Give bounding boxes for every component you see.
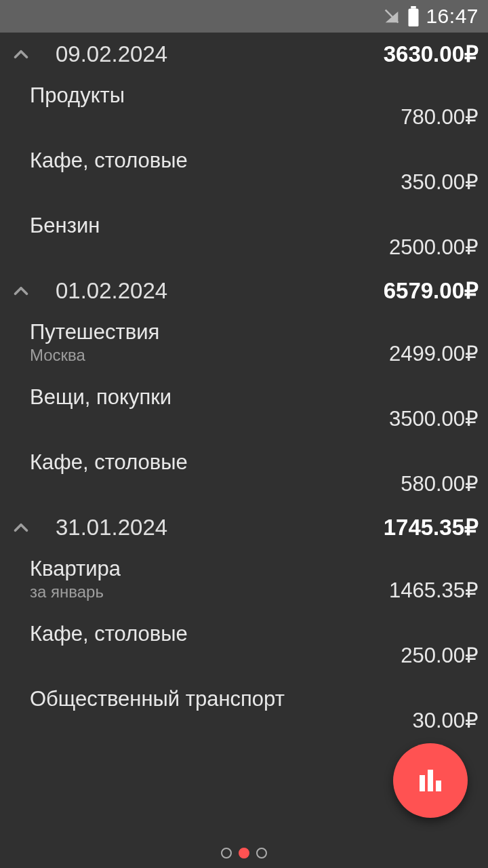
chevron-up-icon	[9, 279, 39, 302]
expense-amount: 2500.00₽	[389, 235, 479, 261]
svg-rect-2	[420, 775, 425, 791]
status-time: 16:47	[426, 5, 479, 28]
day-header[interactable]: 09.02.2024 3630.00₽	[0, 33, 488, 74]
expenses-list[interactable]: 09.02.2024 3630.00₽ Продукты 780.00₽ Каф…	[0, 33, 488, 743]
expense-amount: 2499.00₽	[389, 341, 479, 368]
expense-item[interactable]: Бензин 2500.00₽	[0, 204, 488, 269]
day-total: 1745.35₽	[384, 514, 479, 540]
bar-chart-icon	[414, 764, 447, 797]
expense-amount: 780.00₽	[401, 104, 479, 131]
expense-item[interactable]: Вещи, покупки 3500.00₽	[0, 376, 488, 441]
page-dot[interactable]	[256, 848, 267, 859]
expense-amount: 350.00₽	[401, 170, 479, 196]
day-total: 3630.00₽	[384, 41, 479, 67]
expense-amount: 250.00₽	[401, 643, 479, 669]
expense-item[interactable]: Кафе, столовые 250.00₽	[0, 612, 488, 677]
day-total: 6579.00₽	[384, 277, 479, 304]
expense-amount: 3500.00₽	[389, 406, 479, 433]
expense-title: Общественный транспорт	[30, 687, 285, 711]
day-date: 09.02.2024	[56, 41, 167, 67]
svg-rect-3	[428, 770, 433, 791]
day-header[interactable]: 01.02.2024 6579.00₽	[0, 269, 488, 311]
expense-title: Бензин	[30, 214, 100, 238]
chevron-up-icon	[9, 516, 39, 539]
svg-rect-0	[411, 6, 417, 9]
expense-title: Продукты	[30, 83, 125, 108]
expense-subtitle: за январь	[30, 583, 121, 601]
expense-item[interactable]: Продукты 780.00₽	[0, 74, 488, 139]
expense-title: Кафе, столовые	[30, 149, 188, 173]
expense-amount: 30.00₽	[412, 708, 479, 734]
expense-title: Квартира	[30, 557, 121, 581]
day-date: 01.02.2024	[56, 278, 167, 304]
expense-subtitle: Москва	[30, 346, 159, 365]
expense-item[interactable]: Квартира за январь 1465.35₽	[0, 547, 488, 612]
stats-fab-button[interactable]	[393, 743, 468, 818]
expense-item[interactable]: Путешествия Москва 2499.00₽	[0, 311, 488, 376]
page-dot-active[interactable]	[239, 848, 249, 859]
expense-amount: 1465.35₽	[389, 578, 479, 604]
page-dot[interactable]	[221, 848, 232, 859]
expense-title: Вещи, покупки	[30, 385, 171, 410]
expense-title: Путешествия	[30, 320, 159, 344]
expense-item[interactable]: Кафе, столовые 350.00₽	[0, 139, 488, 204]
chevron-up-icon	[9, 43, 39, 66]
page-indicator	[221, 848, 267, 859]
expense-item[interactable]: Общественный транспорт 30.00₽	[0, 677, 488, 743]
battery-full-icon	[407, 6, 420, 26]
expense-amount: 580.00₽	[401, 471, 479, 498]
status-bar: 16:47	[0, 0, 488, 33]
expense-title: Кафе, столовые	[30, 450, 188, 475]
svg-rect-4	[436, 781, 441, 791]
svg-rect-1	[409, 9, 419, 26]
expense-item[interactable]: Кафе, столовые 580.00₽	[0, 441, 488, 506]
day-date: 31.01.2024	[56, 515, 167, 540]
no-sim-icon	[382, 7, 401, 26]
expense-title: Кафе, столовые	[30, 622, 188, 646]
day-header[interactable]: 31.01.2024 1745.35₽	[0, 506, 488, 547]
